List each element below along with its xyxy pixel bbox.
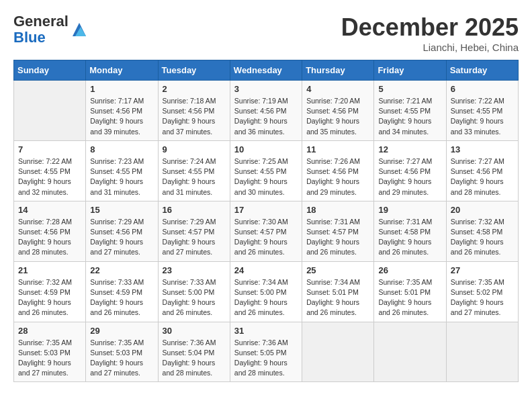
day-info: Sunrise: 7:34 AM Sunset: 5:01 PM Dayligh… xyxy=(306,277,369,318)
calendar-cell: 17Sunrise: 7:30 AM Sunset: 4:57 PM Dayli… xyxy=(230,201,302,261)
day-number: 3 xyxy=(234,84,298,94)
day-info: Sunrise: 7:35 AM Sunset: 5:03 PM Dayligh… xyxy=(18,338,81,379)
weekday-header-friday: Friday xyxy=(374,60,446,81)
day-info: Sunrise: 7:22 AM Sunset: 4:55 PM Dayligh… xyxy=(451,96,514,137)
calendar-cell: 21Sunrise: 7:32 AM Sunset: 4:59 PM Dayli… xyxy=(14,261,86,322)
day-number: 27 xyxy=(451,265,514,275)
calendar-table: SundayMondayTuesdayWednesdayThursdayFrid… xyxy=(13,60,519,382)
calendar-cell: 22Sunrise: 7:33 AM Sunset: 4:59 PM Dayli… xyxy=(86,261,158,322)
day-info: Sunrise: 7:33 AM Sunset: 4:59 PM Dayligh… xyxy=(90,277,153,318)
calendar-cell: 31Sunrise: 7:36 AM Sunset: 5:05 PM Dayli… xyxy=(230,322,302,382)
weekday-header-saturday: Saturday xyxy=(446,60,518,81)
month-title: December 2025 xyxy=(341,13,519,42)
day-number: 2 xyxy=(163,84,226,94)
logo-icon xyxy=(70,20,89,39)
day-info: Sunrise: 7:35 AM Sunset: 5:02 PM Dayligh… xyxy=(451,277,514,318)
weekday-header-monday: Monday xyxy=(86,60,158,81)
day-number: 22 xyxy=(90,265,153,275)
day-info: Sunrise: 7:31 AM Sunset: 4:57 PM Dayligh… xyxy=(306,217,369,258)
calendar-cell xyxy=(14,81,86,141)
day-info: Sunrise: 7:20 AM Sunset: 4:56 PM Dayligh… xyxy=(306,96,369,137)
day-number: 18 xyxy=(306,205,369,215)
calendar-week-5: 28Sunrise: 7:35 AM Sunset: 5:03 PM Dayli… xyxy=(14,322,519,382)
day-info: Sunrise: 7:17 AM Sunset: 4:56 PM Dayligh… xyxy=(90,96,153,137)
day-number: 24 xyxy=(234,265,298,275)
logo-blue: Blue xyxy=(13,29,46,46)
calendar-week-3: 14Sunrise: 7:28 AM Sunset: 4:56 PM Dayli… xyxy=(14,201,519,261)
day-number: 29 xyxy=(90,326,153,336)
day-number: 4 xyxy=(306,84,369,94)
day-number: 14 xyxy=(18,205,81,215)
day-info: Sunrise: 7:28 AM Sunset: 4:56 PM Dayligh… xyxy=(18,217,81,258)
day-info: Sunrise: 7:18 AM Sunset: 4:56 PM Dayligh… xyxy=(163,96,226,137)
calendar-cell: 5Sunrise: 7:21 AM Sunset: 4:55 PM Daylig… xyxy=(374,81,446,141)
weekday-row: SundayMondayTuesdayWednesdayThursdayFrid… xyxy=(14,60,519,81)
day-info: Sunrise: 7:36 AM Sunset: 5:04 PM Dayligh… xyxy=(163,338,226,379)
calendar-cell: 24Sunrise: 7:34 AM Sunset: 5:00 PM Dayli… xyxy=(230,261,302,322)
calendar-cell: 14Sunrise: 7:28 AM Sunset: 4:56 PM Dayli… xyxy=(14,201,86,261)
calendar-cell: 8Sunrise: 7:23 AM Sunset: 4:55 PM Daylig… xyxy=(86,140,158,201)
calendar-cell: 19Sunrise: 7:31 AM Sunset: 4:58 PM Dayli… xyxy=(374,201,446,261)
calendar-header: SundayMondayTuesdayWednesdayThursdayFrid… xyxy=(14,60,519,81)
day-number: 11 xyxy=(306,144,369,154)
day-number: 25 xyxy=(306,265,369,275)
day-number: 23 xyxy=(163,265,226,275)
day-number: 15 xyxy=(90,205,153,215)
calendar-body: 1Sunrise: 7:17 AM Sunset: 4:56 PM Daylig… xyxy=(14,81,519,382)
day-number: 21 xyxy=(18,265,81,275)
day-number: 9 xyxy=(163,144,226,154)
calendar-cell: 30Sunrise: 7:36 AM Sunset: 5:04 PM Dayli… xyxy=(158,322,230,382)
calendar-cell: 16Sunrise: 7:29 AM Sunset: 4:57 PM Dayli… xyxy=(158,201,230,261)
day-number: 7 xyxy=(18,144,81,154)
calendar-week-4: 21Sunrise: 7:32 AM Sunset: 4:59 PM Dayli… xyxy=(14,261,519,322)
calendar-cell: 12Sunrise: 7:27 AM Sunset: 4:56 PM Dayli… xyxy=(374,140,446,201)
calendar-cell xyxy=(446,322,518,382)
day-info: Sunrise: 7:26 AM Sunset: 4:56 PM Dayligh… xyxy=(306,156,369,197)
day-info: Sunrise: 7:30 AM Sunset: 4:57 PM Dayligh… xyxy=(234,217,298,258)
day-number: 6 xyxy=(451,84,514,94)
weekday-header-tuesday: Tuesday xyxy=(158,60,230,81)
calendar-cell: 20Sunrise: 7:32 AM Sunset: 4:58 PM Dayli… xyxy=(446,201,518,261)
day-number: 30 xyxy=(163,326,226,336)
location: Lianchi, Hebei, China xyxy=(341,42,519,53)
calendar-cell: 1Sunrise: 7:17 AM Sunset: 4:56 PM Daylig… xyxy=(86,81,158,141)
calendar-cell: 15Sunrise: 7:29 AM Sunset: 4:56 PM Dayli… xyxy=(86,201,158,261)
calendar-cell: 9Sunrise: 7:24 AM Sunset: 4:55 PM Daylig… xyxy=(158,140,230,201)
calendar-cell: 23Sunrise: 7:33 AM Sunset: 5:00 PM Dayli… xyxy=(158,261,230,322)
day-info: Sunrise: 7:27 AM Sunset: 4:56 PM Dayligh… xyxy=(451,156,514,197)
day-info: Sunrise: 7:24 AM Sunset: 4:55 PM Dayligh… xyxy=(163,156,226,197)
day-info: Sunrise: 7:36 AM Sunset: 5:05 PM Dayligh… xyxy=(234,338,298,379)
calendar-cell: 18Sunrise: 7:31 AM Sunset: 4:57 PM Dayli… xyxy=(302,201,374,261)
calendar-week-1: 1Sunrise: 7:17 AM Sunset: 4:56 PM Daylig… xyxy=(14,81,519,141)
day-info: Sunrise: 7:34 AM Sunset: 5:00 PM Dayligh… xyxy=(234,277,298,318)
calendar-cell: 10Sunrise: 7:25 AM Sunset: 4:55 PM Dayli… xyxy=(230,140,302,201)
calendar-cell: 4Sunrise: 7:20 AM Sunset: 4:56 PM Daylig… xyxy=(302,81,374,141)
day-number: 16 xyxy=(163,205,226,215)
day-info: Sunrise: 7:35 AM Sunset: 5:03 PM Dayligh… xyxy=(90,338,153,379)
calendar-cell: 25Sunrise: 7:34 AM Sunset: 5:01 PM Dayli… xyxy=(302,261,374,322)
weekday-header-sunday: Sunday xyxy=(14,60,86,81)
day-number: 13 xyxy=(451,144,514,154)
calendar-cell: 11Sunrise: 7:26 AM Sunset: 4:56 PM Dayli… xyxy=(302,140,374,201)
day-info: Sunrise: 7:32 AM Sunset: 4:58 PM Dayligh… xyxy=(451,217,514,258)
day-number: 28 xyxy=(18,326,81,336)
calendar-cell: 13Sunrise: 7:27 AM Sunset: 4:56 PM Dayli… xyxy=(446,140,518,201)
day-info: Sunrise: 7:32 AM Sunset: 4:59 PM Dayligh… xyxy=(18,277,81,318)
calendar-week-2: 7Sunrise: 7:22 AM Sunset: 4:55 PM Daylig… xyxy=(14,140,519,201)
calendar-cell: 26Sunrise: 7:35 AM Sunset: 5:01 PM Dayli… xyxy=(374,261,446,322)
title-block: December 2025 Lianchi, Hebei, China xyxy=(341,13,519,53)
day-info: Sunrise: 7:22 AM Sunset: 4:55 PM Dayligh… xyxy=(18,156,81,197)
calendar-cell: 29Sunrise: 7:35 AM Sunset: 5:03 PM Dayli… xyxy=(86,322,158,382)
day-number: 12 xyxy=(378,144,441,154)
calendar-cell: 6Sunrise: 7:22 AM Sunset: 4:55 PM Daylig… xyxy=(446,81,518,141)
day-info: Sunrise: 7:21 AM Sunset: 4:55 PM Dayligh… xyxy=(378,96,441,137)
calendar-cell: 7Sunrise: 7:22 AM Sunset: 4:55 PM Daylig… xyxy=(14,140,86,201)
calendar-cell: 3Sunrise: 7:19 AM Sunset: 4:56 PM Daylig… xyxy=(230,81,302,141)
day-info: Sunrise: 7:23 AM Sunset: 4:55 PM Dayligh… xyxy=(90,156,153,197)
day-info: Sunrise: 7:35 AM Sunset: 5:01 PM Dayligh… xyxy=(378,277,441,318)
day-info: Sunrise: 7:27 AM Sunset: 4:56 PM Dayligh… xyxy=(378,156,441,197)
day-info: Sunrise: 7:19 AM Sunset: 4:56 PM Dayligh… xyxy=(234,96,298,137)
day-number: 10 xyxy=(234,144,298,154)
day-info: Sunrise: 7:29 AM Sunset: 4:57 PM Dayligh… xyxy=(163,217,226,258)
logo-general: General xyxy=(13,13,69,30)
